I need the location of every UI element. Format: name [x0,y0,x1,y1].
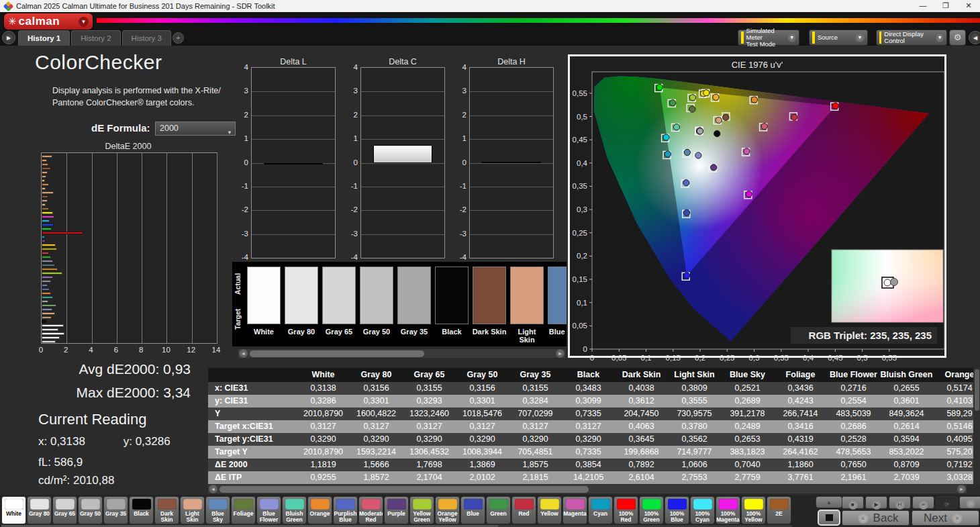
svg-text:0,05: 0,05 [611,354,626,362]
patch-button-gray-50[interactable]: Gray 50 [78,496,103,524]
pattern-up-button[interactable]: ▲ [816,496,842,508]
scroll-left-icon[interactable]: ◄ [239,349,248,358]
stop-button[interactable]: ■ [842,496,864,509]
pattern-window-button[interactable] [818,510,840,526]
patch-button-light-skin[interactable]: Light Skin [180,496,205,524]
svg-text:0,5: 0,5 [577,113,587,121]
collapse-arrow-button[interactable]: ◀ [969,31,980,44]
patch-color-swatch [642,499,661,510]
patch-button-orange-yellow[interactable]: Orange Yellow [435,496,460,524]
patch-button-moderate-red[interactable]: Moderate Red [358,496,383,524]
loop-button[interactable]: ∞ [912,496,934,509]
table-scrollbar[interactable]: ◄ ► [208,485,967,493]
table-row-target-x-cie31: Target x:CIE310,31270,31270,31270,31270,… [208,420,973,433]
patch-button-red[interactable]: Red [511,496,536,524]
next-button[interactable]: Next » [912,510,979,526]
de-bar [42,336,60,339]
tab-history-2[interactable]: History 2 [71,30,120,46]
scroll-right-icon[interactable]: ► [556,349,565,358]
measurement-table: WhiteGray 80Gray 65Gray 50Gray 35BlackDa… [208,368,973,485]
swatch-label: Gray 65 [322,328,356,336]
patch-button-blue[interactable]: Blue [460,496,485,524]
patch-color-swatch [438,499,457,510]
patch-button-bluish-green[interactable]: Bluish Green [282,496,307,524]
patch-button-blue-sky[interactable]: Blue Sky [205,496,230,524]
de-formula-select[interactable]: 2000 ▼ [155,122,236,136]
patch-button-gray-65[interactable]: Gray 65 [52,496,77,524]
add-tab-button[interactable]: + [173,32,184,44]
de-bar [42,340,56,343]
table-vertical-scrollbar[interactable] [973,368,980,485]
patch-button-100-green[interactable]: 100% Green [639,496,664,524]
de-bar [42,220,50,222]
gear-icon[interactable]: ⚙ [949,30,966,46]
de-bar [42,308,52,311]
patch-button-100-blue[interactable]: 100% Blue [665,496,689,524]
swatch-strip-scrollbar[interactable]: ◄ ► [238,349,565,358]
calman-menu-button[interactable]: ✳ calman ▼ [4,13,93,30]
patch-button-100-cyan[interactable]: 100% Cyan [690,496,715,524]
patch-color-swatch [260,499,279,510]
patch-button-yellow-green[interactable]: Yellow Green [409,496,434,524]
patch-button-orange[interactable]: Orange [307,496,332,524]
de-bar [42,171,48,174]
patch-color-swatch [285,499,304,510]
next-arrow-icon: » [952,513,963,524]
patch-button-purplish-blue[interactable]: Purplish Blue [333,496,358,524]
patch-button-blue-flower[interactable]: Blue Flower [256,496,281,524]
patch-button-foliage[interactable]: Foliage [231,496,256,524]
tab-history-1[interactable]: History 1 [18,30,70,46]
dropdown-direct-display-control[interactable]: Direct Display Control▼ [876,30,947,46]
back-button[interactable]: « Back [842,510,910,526]
de-chart-x-tick: 6 [107,346,125,354]
swatch-light-skin [510,267,544,324]
patch-button-white[interactable]: White [1,496,26,524]
patch-color-swatch [693,499,712,510]
history-menu-button[interactable]: ▶ [2,31,15,44]
patch-button-gray-35[interactable]: Gray 35 [103,496,128,524]
de-bar [42,163,48,166]
patch-button-black[interactable]: Black [129,496,154,524]
svg-text:0: 0 [583,345,587,353]
patch-button-gray-80[interactable]: Gray 80 [27,496,52,524]
de-bar [42,195,48,198]
play-icon: ▶ [872,500,881,510]
maximize-button[interactable]: ❐ [934,0,957,12]
tab-history-3[interactable]: History 3 [122,30,171,46]
svg-text:0,55: 0,55 [573,89,587,97]
calman-logo-icon: ✳ [8,15,17,28]
chevron-down-icon: ▼ [936,33,944,42]
patch-button-100-red[interactable]: 100% Red [614,496,638,524]
refresh-button[interactable]: ⟳ [936,496,958,509]
current-cdm2-value: cd/m²: 2010,88 [38,474,114,487]
patch-button-2e[interactable]: 2E [767,496,791,524]
de-bar [42,284,48,287]
svg-text:0,4: 0,4 [803,354,814,362]
patch-button-green[interactable]: Green [486,496,511,524]
pattern-window-icon [826,514,833,521]
play-button[interactable]: ▶ [865,496,887,509]
dropdown-simulated-meter-test-mode[interactable]: Simulated Meter Test Mode▼ [738,30,799,46]
scroll-left-icon[interactable]: ◄ [209,485,217,493]
table-row-x-cie31: x: CIE310,31380,31560,31550,31560,31550,… [208,382,973,395]
patch-button-yellow[interactable]: Yellow [537,496,562,524]
patch-button-cyan[interactable]: Cyan [588,496,613,524]
scroll-right-icon[interactable]: ► [957,485,966,493]
de-bar [42,232,83,234]
minimize-button[interactable]: — [912,0,934,12]
dropdown-source[interactable]: Source▼ [809,30,868,46]
patch-color-swatch [515,499,534,510]
de-bar [42,272,62,275]
patch-button-100-yellow[interactable]: 100% Yellow [741,496,766,524]
de-bar [42,292,51,295]
patch-button-dark-skin[interactable]: Dark Skin [154,496,179,524]
de-bar [42,179,45,182]
patch-color-swatch [413,499,432,510]
patch-button-magenta[interactable]: Magenta [562,496,587,524]
close-button[interactable]: ✕ [957,0,980,12]
de-bar [42,252,49,254]
record-button[interactable] [959,496,980,509]
step-button[interactable]: H [889,496,911,509]
patch-button-100-magenta[interactable]: 100% Magenta [716,496,740,524]
patch-button-purple[interactable]: Purple [384,496,409,524]
